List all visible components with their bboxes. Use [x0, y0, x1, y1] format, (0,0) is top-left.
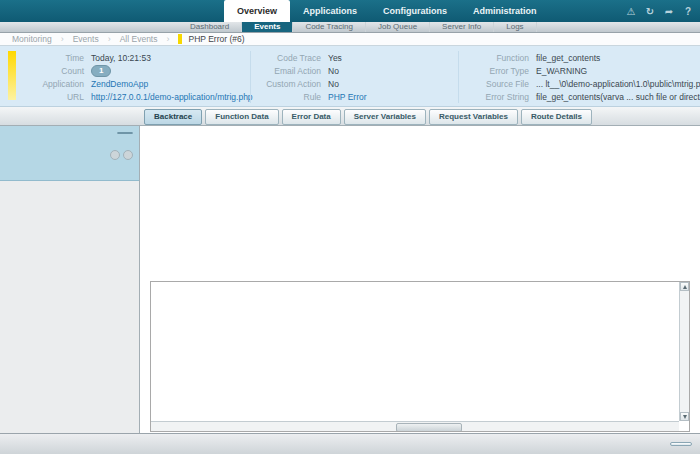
event-field-count: Count1 [22, 64, 247, 77]
tab-route-details[interactable]: Route Details [521, 109, 592, 125]
field-label: Email Action [255, 66, 321, 76]
count-badge: 1 [91, 65, 111, 77]
breadcrumb-separator-icon: › [61, 34, 64, 44]
event-detail-tabs: BacktraceFunction DataError DataServer V… [144, 109, 592, 125]
field-value: E_WARNING [536, 66, 587, 76]
event-field-error-string: Error Stringfile_get_contents(varva ... … [463, 90, 700, 103]
field-label: Custom Action [255, 79, 321, 89]
source-code-viewer [150, 281, 690, 432]
field-label: Error String [463, 92, 529, 102]
tab-function-data[interactable]: Function Data [205, 109, 278, 125]
breadcrumb-item-monitoring[interactable]: Monitoring [12, 34, 52, 44]
event-field-email-action: Email ActionNo [255, 64, 455, 77]
event-field-time: TimeToday, 10:21:53 [22, 51, 247, 64]
server-item-actions [107, 150, 133, 160]
backtrace-tab-panel [141, 126, 700, 433]
breadcrumb: Monitoring›Events›All Events›PHP Error (… [0, 33, 700, 46]
field-value-link[interactable]: PHP Error [328, 92, 367, 102]
refresh-icon[interactable]: ↻ [644, 6, 656, 17]
diagnostics-toolbar [0, 433, 700, 454]
field-value-link[interactable]: ZendDemoApp [91, 79, 148, 89]
settings-button[interactable] [670, 442, 692, 446]
field-label: URL [22, 92, 84, 102]
subnav-item-dashboard[interactable]: Dashboard [178, 22, 242, 32]
code-lines [151, 283, 679, 421]
event-field-error-type: Error TypeE_WARNING [463, 64, 700, 77]
field-label: Source File [463, 79, 529, 89]
breadcrumb-separator-icon: › [108, 34, 111, 44]
event-fields-column-2: Code TraceYesEmail ActionNoCustom Action… [250, 51, 455, 103]
subnav-item-server-info[interactable]: Server Info [430, 22, 494, 32]
severity-warning-bar [8, 51, 16, 100]
tab-error-data[interactable]: Error Data [282, 109, 341, 125]
server-list-item-selected[interactable] [0, 126, 139, 181]
code-horizontal-scrollbar[interactable] [151, 421, 679, 431]
field-label: Rule [255, 92, 321, 102]
subnav-item-code-tracing[interactable]: Code Tracing [293, 22, 366, 32]
servers-list-panel [0, 126, 140, 433]
field-value-link[interactable]: http://127.0.0.1/demo-application/mtrig.… [91, 92, 253, 102]
field-value: Today, 10:21:53 [91, 53, 151, 63]
zend-server-logo [10, 0, 14, 22]
event-field-url: URLhttp://127.0.0.1/demo-application/mtr… [22, 90, 247, 103]
field-label: Time [22, 53, 84, 63]
scroll-up-icon[interactable] [680, 282, 689, 291]
field-value: No [328, 79, 339, 89]
event-field-rule: RulePHP Error [255, 90, 455, 103]
scrollbar-thumb[interactable] [396, 423, 462, 432]
field-value: file_get_contents(varva ... such file or… [536, 92, 700, 102]
status-dot-icon[interactable] [123, 150, 133, 160]
alerts-icon[interactable]: ⚠ [625, 6, 637, 17]
top-tab-configurations[interactable]: Configurations [370, 0, 460, 22]
scroll-down-icon[interactable] [680, 412, 689, 421]
tab-server-variables[interactable]: Server Variables [344, 109, 426, 125]
main-nav-tabs: OverviewApplicationsConfigurationsAdmini… [224, 0, 550, 22]
breadcrumb-item-all-events[interactable]: All Events [120, 34, 158, 44]
details-header-bar: BacktraceFunction DataError DataServer V… [0, 107, 700, 126]
field-label: Code Trace [255, 53, 321, 63]
top-tab-overview[interactable]: Overview [224, 0, 290, 22]
help-icon[interactable]: ? [682, 6, 694, 17]
event-field-function: Functionfile_get_contents [463, 51, 700, 64]
event-field-application: ApplicationZendDemoApp [22, 77, 247, 90]
subnav-item-events[interactable]: Events [242, 22, 293, 32]
event-field-custom-action: Custom ActionNo [255, 77, 455, 90]
event-fields-column-1: TimeToday, 10:21:53Count1ApplicationZend… [22, 51, 247, 103]
event-field-code-trace: Code TraceYes [255, 51, 455, 64]
field-value: ... lt__\0\demo-application\1.0\public\m… [536, 79, 700, 89]
breadcrumb-separator-icon: › [166, 34, 169, 44]
event-field-source-file: Source File... lt__\0\demo-application\1… [463, 77, 700, 90]
logout-icon[interactable]: ➦ [663, 6, 675, 17]
event-severity-marker [178, 34, 182, 44]
tab-request-variables[interactable]: Request Variables [429, 109, 518, 125]
breadcrumb-item-events[interactable]: Events [73, 34, 99, 44]
field-value: file_get_contents [536, 53, 600, 63]
sub-navbar: DashboardEventsCode TracingJob QueueServ… [0, 22, 700, 33]
breadcrumb-item-php-error-6: PHP Error (#6) [178, 34, 244, 44]
field-value: Yes [328, 53, 342, 63]
server-event-count-badge [117, 132, 133, 134]
top-navbar: OverviewApplicationsConfigurationsAdmini… [0, 0, 700, 22]
top-right-area: ⚠↻➦? [607, 0, 694, 22]
tab-backtrace[interactable]: Backtrace [144, 109, 202, 125]
subnav-item-job-queue[interactable]: Job Queue [366, 22, 430, 32]
field-label: Count [22, 66, 84, 76]
top-tab-administration[interactable]: Administration [460, 0, 550, 22]
subnav-item-logs[interactable]: Logs [494, 22, 536, 32]
field-label: Error Type [463, 66, 529, 76]
status-dot-icon[interactable] [110, 150, 120, 160]
field-label: Application [22, 79, 84, 89]
field-value: No [328, 66, 339, 76]
zend-server-window: { "colors":{"accent_teal":"#17657f","sev… [0, 0, 700, 454]
field-label: Function [463, 53, 529, 63]
top-tab-applications[interactable]: Applications [290, 0, 370, 22]
backtrace-section-header [149, 129, 153, 139]
event-fields-column-3: Functionfile_get_contentsError TypeE_WAR… [458, 51, 700, 103]
top-icons: ⚠↻➦? [625, 6, 694, 17]
event-summary-panel: TimeToday, 10:21:53Count1ApplicationZend… [0, 46, 700, 107]
code-vertical-scrollbar[interactable] [679, 282, 689, 421]
